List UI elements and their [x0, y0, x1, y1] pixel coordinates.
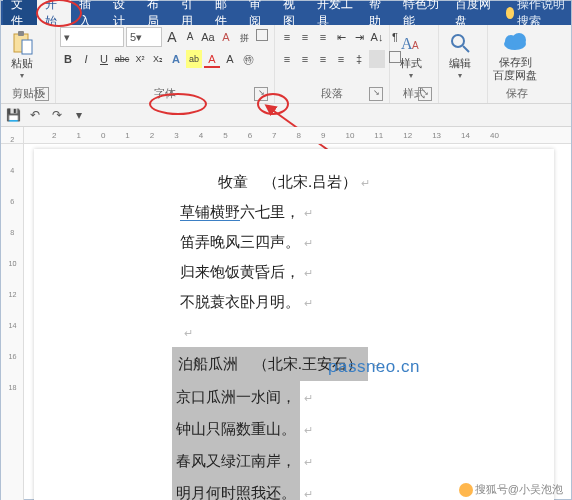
qat-more-icon[interactable]: ▾ [71, 107, 87, 123]
shrink-font[interactable]: A [182, 28, 198, 46]
grow-font[interactable]: A [164, 28, 180, 46]
font-launcher[interactable]: ↘ [254, 87, 268, 101]
paste-icon [9, 30, 35, 56]
vertical-ruler[interactable]: 24681012141618 [1, 127, 24, 500]
char-border[interactable] [254, 28, 270, 46]
poem2-line2: 钟山只隔数重山。↵ [34, 413, 554, 445]
chevron-down-icon: ▾ [458, 71, 462, 80]
qat-redo-icon[interactable]: ↷ [49, 107, 65, 123]
menu-bar: 文件 开始 插入 设计 布局 引用 邮件 审阅 视图 开发工具 帮助 特色功能 … [1, 1, 571, 25]
group-font-label: 字体↘ [60, 84, 270, 103]
find-icon [447, 30, 473, 56]
sort[interactable]: A↓ [369, 28, 385, 46]
svg-line-6 [463, 46, 469, 52]
bullets[interactable]: ≡ [279, 28, 295, 46]
align-center[interactable]: ≡ [297, 50, 313, 68]
styles-icon: AA [398, 30, 424, 56]
group-clipboard: 粘贴 ▾ 剪贴板↘ [1, 25, 56, 103]
multilevel[interactable]: ≡ [315, 28, 331, 46]
group-save-label: 保存 [492, 84, 542, 103]
cloud-icon [502, 29, 528, 55]
inc-indent[interactable]: ⇥ [351, 28, 367, 46]
poem1-line1: 草铺横野六七里，↵ [34, 197, 554, 227]
justify[interactable]: ≡ [333, 50, 349, 68]
qat-save-icon[interactable]: 💾 [5, 107, 21, 123]
word-window: 文件 开始 插入 设计 布局 引用 邮件 审阅 视图 开发工具 帮助 特色功能 … [0, 0, 572, 500]
avatar-icon [459, 483, 473, 497]
svg-point-9 [512, 33, 526, 47]
paragraph-launcher[interactable]: ↘ [369, 87, 383, 101]
bulb-icon [506, 7, 515, 19]
align-right[interactable]: ≡ [315, 50, 331, 68]
poem1-line2: 笛弄晚风三四声。↵ [34, 227, 554, 257]
credit: 搜狐号@小吴泡泡 [459, 482, 563, 497]
styles-button[interactable]: AA 样式 ▾ [394, 27, 428, 83]
save-label1: 保存到 [499, 56, 532, 68]
superscript[interactable]: X² [132, 50, 148, 68]
enclose-char[interactable]: ㊕ [240, 50, 256, 68]
poem2-line1: 京口瓜洲一水间，↵ [34, 381, 554, 413]
paste-label: 粘贴 [11, 57, 33, 69]
numbering[interactable]: ≡ [297, 28, 313, 46]
change-case[interactable]: Aa [200, 28, 216, 46]
horizontal-ruler[interactable]: 210123456789101112131440 [24, 127, 571, 144]
group-styles-label: 样式↘ [394, 84, 434, 103]
svg-rect-1 [18, 31, 24, 36]
styles-label: 样式 [400, 57, 422, 69]
italic[interactable]: I [78, 50, 94, 68]
watermark: passneo.cn [328, 357, 420, 377]
bold[interactable]: B [60, 50, 76, 68]
qat-undo-icon[interactable]: ↶ [27, 107, 43, 123]
work-area: 24681012141618 210123456789101112131440 … [1, 127, 571, 500]
poem1-title: 牧童 （北宋.吕岩）↵ [34, 167, 554, 197]
align-left[interactable]: ≡ [279, 50, 295, 68]
group-styles: AA 样式 ▾ 样式↘ [390, 25, 439, 103]
subscript[interactable]: X₂ [150, 50, 166, 68]
group-save: 保存到 百度网盘 保存 [488, 25, 546, 103]
group-font: ▾ 5▾ A A Aa A 拼 B I U abc X² [56, 25, 275, 103]
paste-button[interactable]: 粘贴 ▾ [5, 27, 39, 83]
clipboard-launcher[interactable]: ↘ [35, 87, 49, 101]
line-spacing[interactable]: ‡ [351, 50, 367, 68]
document-page[interactable]: 牧童 （北宋.吕岩）↵ 草铺横野六七里，↵ 笛弄晚风三四声。↵ 归来饱饭黄昏后，… [34, 149, 554, 500]
poem2-line3: 春风又绿江南岸，↵ [34, 445, 554, 477]
highlight[interactable]: ab [186, 50, 202, 68]
group-editing: 编辑 ▾ [439, 25, 488, 103]
strike[interactable]: abc [114, 50, 130, 68]
group-paragraph-label: 段落↘ [279, 84, 385, 103]
ribbon: 粘贴 ▾ 剪贴板↘ ▾ 5▾ A A Aa A 拼 [1, 25, 571, 104]
clear-format[interactable]: A [218, 28, 234, 46]
chevron-down-icon: ▾ [20, 71, 24, 80]
shading[interactable] [369, 50, 385, 68]
svg-text:A: A [412, 40, 419, 51]
font-color[interactable]: A [204, 50, 220, 68]
blank-line: ↵ [34, 317, 554, 347]
group-clipboard-label: 剪贴板↘ [5, 84, 51, 103]
svg-rect-2 [22, 40, 32, 54]
group-paragraph: ≡ ≡ ≡ ⇤ ⇥ A↓ ¶ ≡ ≡ ≡ ≡ ‡ [275, 25, 390, 103]
poem2-title: 泊船瓜洲 （北宋.王安石）↵ [34, 347, 554, 381]
group-editing-label [443, 87, 483, 103]
svg-point-5 [452, 35, 464, 47]
editing-button[interactable]: 编辑 ▾ [443, 27, 477, 83]
char-shading[interactable]: A [222, 50, 238, 68]
editing-label: 编辑 [449, 57, 471, 69]
dec-indent[interactable]: ⇤ [333, 28, 349, 46]
quick-access-toolbar: 💾 ↶ ↷ ▾ [1, 104, 571, 127]
phonetic-guide[interactable]: 拼 [236, 28, 252, 46]
font-name-combo[interactable]: ▾ [60, 27, 124, 47]
font-size-combo[interactable]: 5▾ [126, 27, 162, 47]
styles-launcher[interactable]: ↘ [418, 87, 432, 101]
underline[interactable]: U [96, 50, 112, 68]
save-baidu-button[interactable]: 保存到 百度网盘 [492, 27, 538, 83]
text-effects[interactable]: A [168, 50, 184, 68]
chevron-down-icon: ▾ [409, 71, 413, 80]
poem1-line3: 归来饱饭黄昏后，↵ [34, 257, 554, 287]
poem1-line4: 不脱蓑衣卧月明。↵ [34, 287, 554, 317]
save-label2: 百度网盘 [493, 69, 537, 81]
